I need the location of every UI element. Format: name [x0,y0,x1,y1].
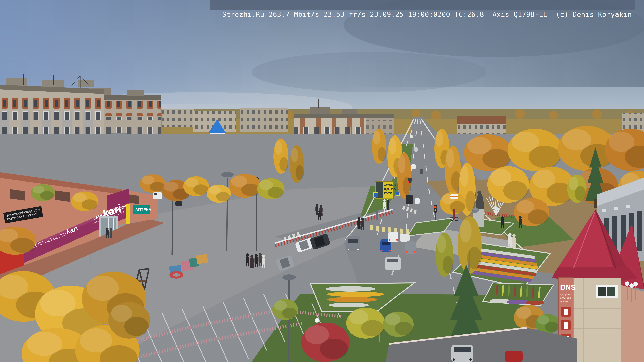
white-car-right [415,198,420,204]
driving-gray-suv [346,236,360,251]
dns-logo-text: DNS [560,283,576,292]
webcam-frame: АвтоЛига ЕДЬ ПО ПУТИ [0,0,644,362]
dns-window [596,285,618,298]
parked-van [153,192,162,199]
yellow-banner [126,204,130,224]
parked-red-car [505,351,522,362]
parked-car-dark [176,201,182,206]
globe-lamps-dns [625,281,638,302]
caption-bar: Strezhi.Ru 263.7 Mbit/s 23.53 fr/s 23.09… [210,0,636,10]
dns-sub3-text: техника [560,300,569,303]
gray-hatch-rear [405,241,416,254]
cloud [252,52,486,92]
city-panorama: АвтоЛига ЕДЬ ПО ПУТИ [0,0,644,362]
billboard-brand: АвтоЛига [384,183,396,186]
white-suv [400,234,410,242]
flower-bed-grasses [483,283,554,305]
pharmacy-sign: АПТЕКА [134,205,152,214]
billboard-line1: ЕДЬ ПО [384,188,396,191]
police-car [450,194,458,199]
billboard-line2: ПУТИ [384,192,392,195]
dns-sub2-text: и бытовая [560,296,572,299]
dns-sub1-text: цифровая [560,293,572,296]
parked-minivan [452,345,473,362]
silver-suv-away [385,257,401,271]
dns-far-tower-wall [620,285,644,362]
dark-suv-right [406,195,413,204]
white-suv-rear [388,232,398,242]
pharmacy-sign-text: АПТЕКА [135,207,152,212]
caption-text: Strezhi.Ru 263.7 Mbit/s 23.53 fr/s 23.09… [222,10,632,18]
distant-block-center [193,108,288,132]
